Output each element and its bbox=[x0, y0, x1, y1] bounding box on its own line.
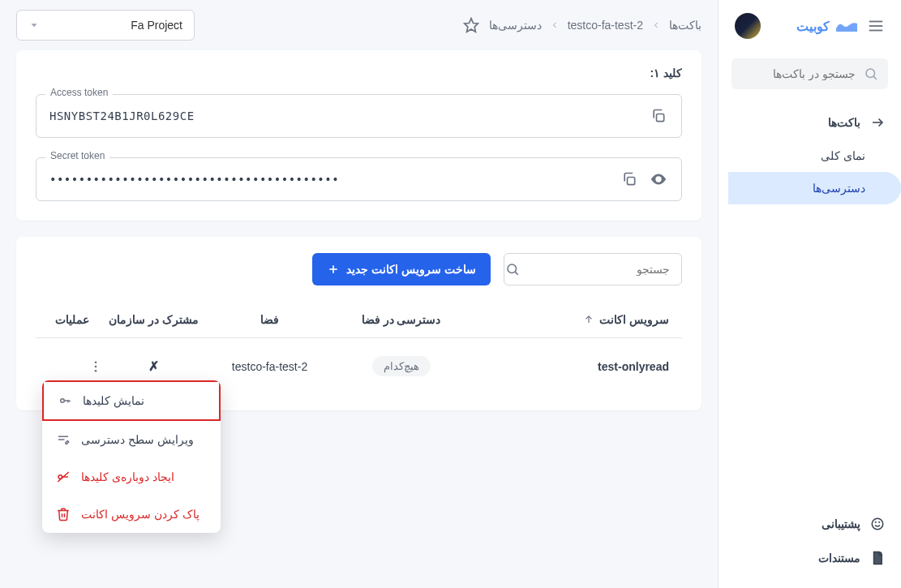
cell-space: testco-fa-test-2 bbox=[204, 360, 335, 373]
sidebar-search[interactable] bbox=[732, 58, 888, 89]
menu-regen-keys-label: ایجاد دوباره‌ی کلیدها bbox=[81, 470, 174, 483]
key-card: کلید ۱: Access token HSNYBST24B1JR0L629C… bbox=[16, 50, 701, 221]
reveal-secret-button[interactable] bbox=[649, 170, 668, 189]
docs-icon bbox=[870, 551, 885, 565]
nav-access-label: دسترسی‌ها bbox=[813, 182, 865, 195]
key-icon bbox=[57, 393, 73, 408]
regen-icon bbox=[55, 470, 71, 484]
star-button[interactable] bbox=[463, 17, 479, 33]
svg-point-6 bbox=[872, 518, 883, 530]
sidebar-header: کوبیت bbox=[719, 0, 901, 52]
copy-secret-button[interactable] bbox=[620, 170, 639, 189]
logo[interactable]: کوبیت bbox=[796, 19, 857, 34]
svg-point-7 bbox=[875, 521, 876, 522]
project-label: Fa Project bbox=[131, 19, 182, 32]
menu-delete-label: پاک کردن سرویس اکانت bbox=[81, 508, 200, 521]
edit-icon bbox=[55, 432, 71, 447]
col-access[interactable]: دسترسی در فضا bbox=[336, 313, 467, 326]
nav-overview[interactable]: نمای کلی bbox=[719, 139, 901, 172]
svg-point-14 bbox=[657, 178, 660, 181]
sidebar-search-input[interactable] bbox=[714, 67, 856, 80]
nav-support[interactable]: پشتیبانی bbox=[719, 507, 901, 541]
cell-sa-name: test-onlyread bbox=[467, 360, 676, 373]
col-ops: عملیات bbox=[42, 313, 103, 326]
secret-token-label: Secret token bbox=[45, 150, 109, 161]
svg-line-4 bbox=[873, 76, 876, 79]
avatar[interactable] bbox=[735, 13, 761, 39]
col-service-account[interactable]: سرویس اکانت bbox=[467, 313, 676, 326]
access-badge: هیچ‌کدام bbox=[372, 356, 431, 376]
sa-toolbar: ساخت سرویس اکانت جدید bbox=[36, 253, 682, 285]
trash-icon bbox=[55, 507, 71, 521]
sort-asc-icon bbox=[583, 314, 594, 325]
sidebar-footer: پشتیبانی مستندات bbox=[719, 507, 901, 588]
sa-table: سرویس اکانت دسترسی در فضا فضا مشترک در س… bbox=[36, 302, 682, 394]
svg-point-20 bbox=[94, 361, 97, 363]
cell-access: هیچ‌کدام bbox=[336, 356, 467, 376]
support-icon bbox=[870, 517, 885, 531]
svg-line-16 bbox=[515, 272, 517, 274]
cell-ops bbox=[42, 359, 103, 374]
sa-table-head: سرویس اکانت دسترسی در فضا فضا مشترک در س… bbox=[36, 302, 682, 338]
crumb-root[interactable]: باکت‌ها bbox=[669, 19, 701, 32]
nav-access[interactable]: دسترسی‌ها bbox=[728, 172, 901, 204]
svg-point-21 bbox=[94, 365, 97, 367]
chevron-left-icon bbox=[651, 20, 661, 30]
access-token-label: Access token bbox=[45, 87, 113, 98]
hamburger-icon[interactable] bbox=[867, 17, 885, 35]
chevron-left-icon bbox=[550, 20, 560, 30]
logo-text: کوبیت bbox=[796, 19, 830, 34]
search-icon bbox=[864, 67, 878, 81]
nav-docs[interactable]: مستندات bbox=[719, 541, 901, 575]
nav-buckets-label: باکت‌ها bbox=[828, 116, 860, 129]
access-token-value[interactable]: HSNYBST24B1JR0L629CE bbox=[49, 109, 639, 122]
search-icon bbox=[505, 262, 520, 277]
menu-edit-access[interactable]: ویرایش سطح دسترسی bbox=[42, 421, 221, 458]
sa-search[interactable] bbox=[504, 253, 682, 285]
sa-search-input[interactable] bbox=[528, 263, 670, 276]
plus-icon bbox=[327, 263, 340, 276]
svg-rect-9 bbox=[874, 552, 882, 564]
svg-rect-12 bbox=[657, 114, 664, 122]
row-dropdown: نمایش کلیدها ویرایش سطح دسترسی bbox=[42, 380, 221, 533]
breadcrumb: باکت‌ها testco-fa-test-2 دسترسی‌ها bbox=[489, 19, 701, 32]
project-selector[interactable]: Fa Project bbox=[16, 10, 195, 41]
svg-marker-10 bbox=[464, 19, 478, 32]
secret-token-field: Secret token •••••••••••••••••••••••••••… bbox=[36, 157, 682, 201]
menu-delete[interactable]: پاک کردن سرویس اکانت bbox=[42, 496, 221, 533]
main: باکت‌ها testco-fa-test-2 دسترسی‌ها Fa Pr… bbox=[0, 0, 718, 588]
menu-regen-keys[interactable]: ایجاد دوباره‌ی کلیدها bbox=[42, 458, 221, 496]
nav-main: باکت‌ها نمای کلی دسترسی‌ها bbox=[719, 102, 901, 208]
svg-point-23 bbox=[61, 399, 65, 403]
access-token-field: Access token HSNYBST24B1JR0L629CE bbox=[36, 94, 682, 138]
table-row: test-onlyread هیچ‌کدام testco-fa-test-2 … bbox=[36, 338, 682, 394]
nav-support-label: پشتیبانی bbox=[822, 517, 860, 530]
cell-shared: ✗ bbox=[103, 358, 204, 374]
create-sa-label: ساخت سرویس اکانت جدید bbox=[346, 263, 476, 276]
row-menu-button[interactable] bbox=[42, 359, 103, 374]
service-accounts-card: ساخت سرویس اکانت جدید سرویس اکانت دسترسی… bbox=[16, 237, 701, 410]
svg-point-15 bbox=[508, 264, 517, 273]
svg-marker-11 bbox=[32, 24, 37, 27]
nav-overview-label: نمای کلی bbox=[821, 149, 865, 162]
arrow-icon bbox=[870, 115, 885, 130]
copy-access-button[interactable] bbox=[649, 106, 668, 126]
crumb-bucket[interactable]: testco-fa-test-2 bbox=[568, 19, 643, 32]
col-shared[interactable]: مشترک در سازمان bbox=[103, 313, 204, 326]
menu-show-keys-label: نمایش کلیدها bbox=[83, 394, 144, 407]
nav-docs-label: مستندات bbox=[818, 552, 860, 564]
key-card-title: کلید ۱: bbox=[36, 67, 682, 79]
crumb-page: دسترسی‌ها bbox=[489, 19, 542, 32]
logo-wave-icon bbox=[836, 20, 857, 32]
sidebar: کوبیت باکت‌ها نمای کلی دسترسی‌ها bbox=[718, 0, 901, 588]
nav-buckets[interactable]: باکت‌ها bbox=[719, 105, 901, 139]
create-sa-button[interactable]: ساخت سرویس اکانت جدید bbox=[312, 253, 491, 285]
topbar: باکت‌ها testco-fa-test-2 دسترسی‌ها Fa Pr… bbox=[0, 0, 718, 50]
menu-edit-access-label: ویرایش سطح دسترسی bbox=[81, 433, 194, 446]
secret-token-value[interactable]: •••••••••••••••••••••••••••••••••••••••• bbox=[49, 173, 610, 186]
svg-point-8 bbox=[879, 521, 880, 522]
col-space[interactable]: فضا bbox=[204, 313, 335, 326]
svg-point-22 bbox=[94, 369, 97, 371]
svg-point-3 bbox=[866, 69, 875, 78]
menu-show-keys[interactable]: نمایش کلیدها bbox=[42, 380, 221, 421]
